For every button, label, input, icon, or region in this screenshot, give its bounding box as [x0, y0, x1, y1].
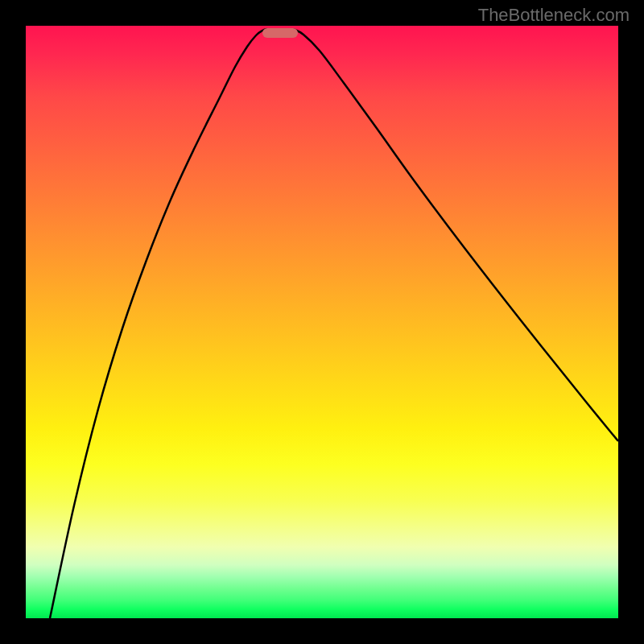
left-curve	[50, 29, 267, 618]
watermark-text: TheBottleneck.com	[478, 5, 630, 26]
curve-svg	[26, 26, 618, 618]
bottleneck-marker	[262, 28, 298, 38]
chart-container	[26, 26, 618, 618]
right-curve	[293, 29, 618, 441]
